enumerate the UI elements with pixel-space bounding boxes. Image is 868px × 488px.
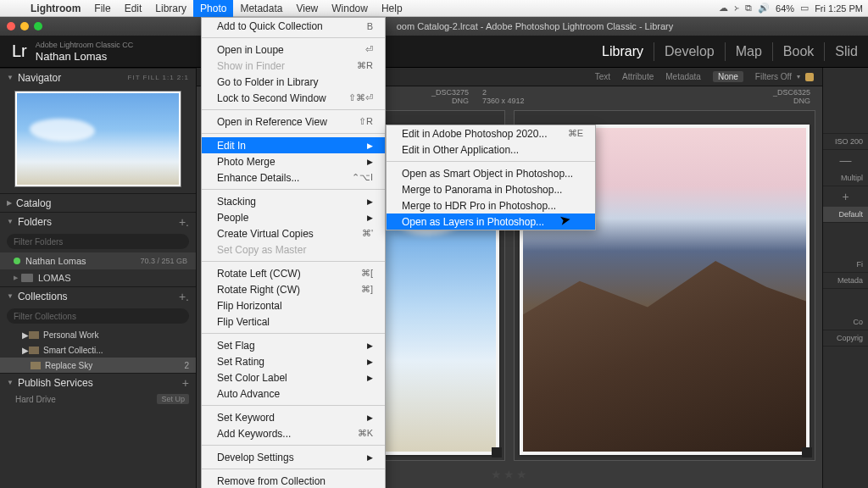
filter-none[interactable]: None bbox=[713, 71, 743, 82]
add-folder-icon[interactable]: +. bbox=[179, 215, 189, 229]
wifi-icon[interactable]: ⧉ bbox=[745, 3, 752, 14]
lock-icon[interactable] bbox=[805, 73, 814, 81]
publish-label: Publish Services bbox=[18, 377, 93, 389]
menu-item[interactable]: Set Color Label▶ bbox=[202, 369, 385, 385]
collection-filter-placeholder: Filter Collections bbox=[14, 312, 76, 321]
menu-file[interactable]: File bbox=[87, 0, 117, 17]
menu-item[interactable]: Edit In▶ bbox=[202, 137, 385, 153]
menu-item[interactable]: Develop Settings▶ bbox=[202, 449, 385, 465]
menu-item[interactable]: Stacking▶ bbox=[202, 193, 385, 209]
menu-item[interactable]: Photo Merge▶ bbox=[202, 153, 385, 169]
panel-label[interactable]: Fi bbox=[823, 257, 868, 273]
photo-filename: _DSC3275 bbox=[431, 88, 469, 97]
menu-item[interactable]: Set Flag▶ bbox=[202, 337, 385, 353]
disclosure-triangle-icon[interactable]: ▼ bbox=[7, 218, 14, 225]
menu-item[interactable]: Flip Horizontal bbox=[202, 297, 385, 313]
disclosure-triangle-icon[interactable]: ▶ bbox=[7, 199, 12, 207]
chevron-down-icon[interactable]: ▾ bbox=[797, 73, 800, 80]
module-map[interactable]: Map bbox=[725, 42, 772, 61]
menu-photo[interactable]: Photo bbox=[193, 0, 233, 17]
panel-label[interactable]: Co bbox=[823, 314, 868, 330]
module-develop[interactable]: Develop bbox=[654, 42, 725, 61]
disclosure-triangle-icon[interactable]: ▼ bbox=[7, 74, 14, 81]
menu-item[interactable]: Auto Advance bbox=[202, 385, 385, 402]
menu-item[interactable]: Add to Quick CollectionB bbox=[202, 18, 385, 34]
menu-item[interactable]: Add Keywords...⌘K bbox=[202, 425, 385, 441]
collection-row[interactable]: ▶Personal Work bbox=[0, 327, 196, 342]
filters-off-label[interactable]: Filters Off bbox=[755, 72, 792, 81]
menu-view[interactable]: View bbox=[289, 0, 325, 17]
disclosure-triangle-icon[interactable]: ▼ bbox=[7, 292, 14, 300]
module-slideshow[interactable]: Slid bbox=[824, 42, 868, 61]
menu-item[interactable]: Merge to Panorama in Photoshop... bbox=[387, 181, 595, 197]
user-name: Nathan Lomas bbox=[36, 50, 134, 63]
disclosure-triangle-icon[interactable]: ▼ bbox=[7, 379, 14, 386]
collections-header[interactable]: ▼ Collections +. bbox=[0, 286, 196, 305]
menu-edit[interactable]: Edit bbox=[118, 0, 149, 17]
menu-item[interactable]: Set Keyword▶ bbox=[202, 409, 385, 425]
menu-item[interactable]: Edit in Adobe Photoshop 2020...⌘E bbox=[387, 125, 595, 141]
menu-item[interactable]: Open in Loupe⏎ bbox=[202, 42, 385, 58]
menu-item[interactable]: Lock to Second Window⇧⌘⏎ bbox=[202, 90, 385, 106]
menu-item[interactable]: Set Rating▶ bbox=[202, 353, 385, 369]
minimize-window-button[interactable] bbox=[20, 22, 29, 30]
photo-index: 2 bbox=[482, 88, 487, 97]
folder-filter-input[interactable]: Filter Folders bbox=[7, 234, 189, 249]
volume-icon[interactable]: 🔊 bbox=[758, 3, 770, 14]
setup-button[interactable]: Set Up bbox=[157, 394, 189, 404]
filter-metadata[interactable]: Metadata bbox=[665, 72, 701, 81]
navigator-zoom-options[interactable]: FIT FILL 1:1 2:1 bbox=[128, 74, 189, 81]
navigator-header[interactable]: ▼ Navigator FIT FILL 1:1 2:1 bbox=[0, 68, 196, 86]
cloud-icon[interactable]: ☁ bbox=[719, 3, 728, 14]
publish-header[interactable]: ▼ Publish Services + bbox=[0, 373, 196, 391]
collection-row[interactable]: Replace Sky2 bbox=[0, 358, 196, 373]
battery-percent: 64% bbox=[776, 3, 794, 14]
disclosure-triangle-icon[interactable]: ▶ bbox=[22, 346, 29, 355]
menu-item[interactable]: Flip Vertical bbox=[202, 313, 385, 330]
volume-row[interactable]: Nathan Lomas 70.3 / 251 GB bbox=[0, 252, 196, 269]
menu-item[interactable]: Enhance Details...⌃⌥I bbox=[202, 169, 385, 186]
add-collection-icon[interactable]: +. bbox=[179, 290, 189, 303]
menu-item[interactable]: Rotate Left (CCW)⌘[ bbox=[202, 265, 385, 281]
close-window-button[interactable] bbox=[7, 22, 15, 30]
filter-text[interactable]: Text bbox=[595, 72, 610, 81]
menu-window[interactable]: Window bbox=[325, 0, 375, 17]
menu-item[interactable]: Edit in Other Application... bbox=[387, 141, 595, 158]
bluetooth-icon[interactable]: ᚛ bbox=[734, 3, 739, 14]
menu-item[interactable]: Open as Smart Object in Photoshop... bbox=[387, 165, 595, 181]
folders-header[interactable]: ▼ Folders +. bbox=[0, 212, 196, 230]
clock[interactable]: Fri 1:25 PM bbox=[815, 3, 863, 14]
menu-help[interactable]: Help bbox=[375, 0, 409, 17]
menu-item[interactable]: Rotate Right (CW)⌘] bbox=[202, 281, 385, 297]
navigator-preview[interactable] bbox=[15, 92, 181, 186]
submenu-arrow-icon: ▶ bbox=[347, 358, 373, 366]
battery-icon[interactable]: ▭ bbox=[800, 3, 809, 14]
collection-name: Personal Work bbox=[43, 330, 98, 340]
collection-row[interactable]: ▶Smart Collecti... bbox=[0, 342, 196, 358]
menu-item[interactable]: Go to Folder in Library bbox=[202, 74, 385, 90]
badge-icon bbox=[802, 447, 812, 458]
menu-metadata[interactable]: Metadata bbox=[233, 0, 289, 17]
app-name[interactable]: Lightroom bbox=[24, 0, 87, 17]
maximize-window-button[interactable] bbox=[34, 22, 42, 30]
expand-icon[interactable]: — bbox=[823, 150, 868, 170]
menu-item[interactable]: Remove from Collection bbox=[202, 473, 385, 488]
panel-label[interactable]: Copyrig bbox=[823, 330, 868, 347]
disclosure-triangle-icon[interactable]: ▶ bbox=[14, 274, 18, 281]
menu-item[interactable]: People▶ bbox=[202, 209, 385, 225]
menu-library[interactable]: Library bbox=[148, 0, 193, 17]
collection-filter-input[interactable]: Filter Collections bbox=[7, 308, 189, 324]
module-book[interactable]: Book bbox=[772, 42, 824, 61]
module-library[interactable]: Library bbox=[592, 42, 654, 61]
add-icon[interactable]: + bbox=[823, 186, 868, 207]
catalog-header[interactable]: ▶ Catalog bbox=[0, 193, 196, 212]
navigator-title: Navigator bbox=[18, 72, 61, 84]
filter-attribute[interactable]: Attribute bbox=[622, 72, 654, 81]
add-publish-icon[interactable]: + bbox=[182, 376, 189, 390]
folder-row[interactable]: ▶ LOMAS bbox=[0, 269, 196, 286]
panel-label[interactable]: Metada bbox=[823, 273, 868, 289]
menu-item[interactable]: Open in Reference View⇧R bbox=[202, 114, 385, 130]
menu-item[interactable]: Create Virtual Copies⌘' bbox=[202, 225, 385, 241]
disclosure-triangle-icon[interactable]: ▶ bbox=[22, 330, 29, 340]
publish-service-row[interactable]: Hard Drive Set Up bbox=[0, 391, 196, 407]
